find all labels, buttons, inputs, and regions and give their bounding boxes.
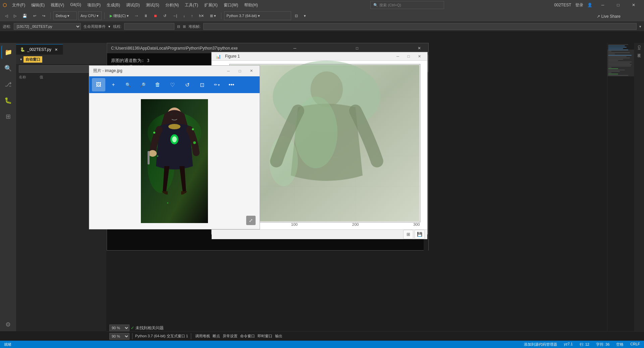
thread-input[interactable] [124, 23, 174, 30]
photo-home-btn[interactable]: 🖼 [92, 78, 105, 91]
photo-add-btn[interactable]: + [107, 78, 120, 91]
menu-window[interactable]: 窗口(W) [221, 1, 241, 9]
more-debug-btn[interactable]: ⊞ ▾ [208, 11, 218, 20]
activity-search[interactable]: 🔍 [1, 62, 15, 75]
python-version-dropdown[interactable]: Python 3.7 (64-bit) ▾ [224, 11, 291, 20]
filter-icon: ⊟ [177, 24, 180, 29]
live-share-btn[interactable]: ↗ Live Share [593, 12, 624, 21]
no-issues-text: 未找到相关问题 [136, 325, 164, 331]
auto-window-header[interactable]: ▾ 自动窗口 [16, 55, 106, 64]
step-out[interactable]: ↑ [189, 11, 196, 20]
maximize-btn[interactable]: □ [610, 0, 626, 10]
stop-btn[interactable]: ⏹ [151, 11, 160, 20]
spaces-info[interactable]: 空格 [615, 342, 625, 347]
process-select[interactable]: [19172] _002TEST.py [14, 23, 81, 30]
photo-zoom-in-btn[interactable]: 🔍 [121, 78, 135, 91]
menu-build[interactable]: 生成(B) [104, 1, 123, 9]
restart-btn[interactable]: ↺ [161, 11, 169, 20]
step-into[interactable]: ↓ [181, 11, 187, 20]
sidebar-search-input[interactable] [19, 65, 92, 73]
photo-crop-btn[interactable]: ⊡ [195, 78, 209, 91]
lifecycle-btn[interactable]: 生命周期事件 [84, 24, 106, 29]
photo-titlebar: 照片 - image.jpg ─ □ ✕ [89, 66, 260, 76]
python-interactive-btn[interactable]: Python 3.7 (64-bit) 交互式窗口 1 [135, 334, 188, 339]
menu-git[interactable]: Git(G) [67, 1, 84, 9]
hexdisplay[interactable]: h✕ [197, 11, 206, 20]
svg-point-10 [193, 141, 196, 144]
git-panel-icon[interactable]: Git 更改 [635, 44, 643, 52]
photo-minimize[interactable]: ─ [224, 67, 233, 75]
photo-delete-btn[interactable]: 🗑 [151, 78, 164, 91]
photo-maximize[interactable]: □ [235, 67, 244, 75]
layout-btn[interactable]: ⊡ [292, 11, 300, 20]
immediate-window-btn[interactable]: 即时窗口 [256, 334, 274, 339]
encoding-info[interactable]: CRLF [629, 342, 641, 347]
debug-dropdown[interactable]: Debug ▾ [53, 11, 77, 20]
photo-more-btn[interactable]: ••• [225, 78, 238, 91]
exception-settings-btn[interactable]: 异常设置 [221, 334, 239, 339]
command-window-btn[interactable]: 命令窗口 [239, 334, 256, 339]
menu-extensions[interactable]: 扩展(X) [202, 1, 220, 9]
photo-edit-btn[interactable]: ✏ ▾ [210, 78, 223, 91]
line-info[interactable]: 行: 12 [578, 342, 591, 347]
minimize-btn[interactable]: ─ [595, 0, 610, 10]
status-right: 添加到源代码管理器 yz7.1 行: 12 字符: 36 空格 CRLF [523, 342, 641, 347]
photo-heart-btn[interactable]: ♡ [166, 78, 179, 91]
layout-dropdown-btn[interactable]: ▾ [302, 11, 308, 20]
mpl-close[interactable]: ✕ [415, 52, 423, 60]
pause-btn[interactable]: ⏸ [142, 11, 150, 20]
minimap-viewport [607, 50, 634, 76]
call-stack-btn[interactable]: 调用堆栈 [194, 334, 211, 339]
save-btn[interactable]: 💾 [20, 11, 30, 20]
redo-btn[interactable]: ↪ [40, 11, 48, 20]
back-btn[interactable]: ◁ [3, 11, 10, 20]
terminal-title: C:\Users\86136\AppData\Local\Programs\Py… [111, 46, 238, 51]
tab-main-file[interactable]: 🐍 _002TEST.py ✕ [16, 44, 63, 55]
activity-git[interactable]: ⎇ [1, 78, 15, 91]
menu-file[interactable]: 文件(F) [9, 1, 28, 9]
mpl-icon: 📊 [216, 54, 221, 59]
activity-explorer[interactable]: 📁 [1, 46, 15, 59]
breakpoints-btn[interactable]: 断点 [211, 334, 221, 339]
mpl-save-btn[interactable]: 💾 [415, 230, 425, 239]
cpu-dropdown[interactable]: Any CPU ▾ [78, 11, 102, 20]
continue-chevron: ▾ [127, 14, 129, 18]
status-ready[interactable]: 就绪 [3, 342, 13, 347]
step-over[interactable]: →| [170, 11, 179, 20]
bottom-zoom[interactable]: 90 % [109, 333, 129, 340]
mpl-maximize[interactable]: □ [405, 52, 413, 60]
activity-debug[interactable]: 🐛 [1, 94, 15, 107]
add-to-scm[interactable]: 添加到源代码管理器 [523, 342, 558, 347]
photo-zoom-out-btn[interactable]: 🔎 [136, 78, 150, 91]
menu-tools[interactable]: 工具(T) [182, 1, 201, 9]
search-box[interactable]: 🔍 搜索 (Ctrl+Q) [370, 1, 444, 9]
photo-rotate-btn[interactable]: ↺ [180, 78, 194, 91]
run-to-cursor[interactable]: ⤑ [132, 11, 140, 20]
svg-point-9 [153, 132, 155, 134]
menu-edit[interactable]: 编辑(E) [29, 1, 47, 9]
menu-help[interactable]: 帮助(H) [241, 1, 261, 9]
callstack-chevron: ▾ [639, 24, 641, 29]
char-info[interactable]: 字符: 36 [595, 342, 611, 347]
activity-extensions[interactable]: ⊞ [1, 110, 15, 123]
login-icon[interactable]: 👤 [587, 3, 592, 7]
mpl-minimize[interactable]: ─ [394, 52, 402, 60]
login-btn[interactable]: 登录 [575, 2, 583, 8]
close-btn[interactable]: ✕ [626, 0, 641, 10]
photo-close[interactable]: ✕ [247, 67, 256, 75]
continue-btn[interactable]: ▶ 继续(C) ▾ [107, 11, 131, 20]
menu-analyze[interactable]: 分析(N) [163, 1, 182, 9]
expand-photo-btn[interactable]: ⤢ [246, 216, 256, 225]
forward-btn[interactable]: ▷ [11, 11, 19, 20]
callstack-input[interactable] [203, 23, 637, 30]
zoom-select[interactable]: 90 % 100 % [109, 325, 129, 331]
menu-test[interactable]: 测试(S) [143, 1, 162, 9]
menu-project[interactable]: 项目(P) [85, 1, 103, 9]
tab-close[interactable]: ✕ [53, 47, 59, 52]
undo-btn[interactable]: ↩ [31, 11, 39, 20]
mpl-settings-btn[interactable]: ⊞ [403, 230, 413, 239]
output-btn[interactable]: 输出 [274, 334, 284, 339]
menu-debug[interactable]: 调试(D) [123, 1, 143, 9]
activity-settings[interactable]: ⚙ [1, 318, 15, 331]
menu-view[interactable]: 视图(V) [48, 1, 67, 9]
